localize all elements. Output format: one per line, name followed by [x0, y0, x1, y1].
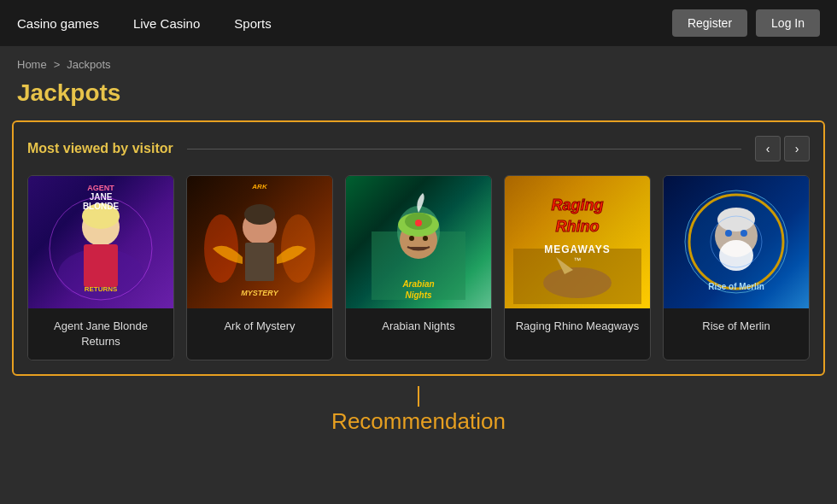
svg-text:MEGAWAYS: MEGAWAYS	[544, 243, 611, 255]
game-card-ark-of-mystery[interactable]: ARK MYSTERY Ark of Mystery	[186, 175, 333, 360]
nav-arrows: ‹ ›	[755, 136, 810, 161]
svg-point-21	[409, 236, 414, 241]
breadcrumb-current: Jackpots	[67, 58, 110, 71]
game-card-agent-jane-blonde[interactable]: AGENT JANE BLONDE RETURNS Agent Jane Blo…	[27, 175, 174, 360]
svg-text:ARK: ARK	[251, 183, 268, 190]
next-arrow-button[interactable]: ›	[784, 136, 810, 161]
game-image-arabian-nights: Arabian Nights	[346, 176, 491, 308]
svg-text:Nights: Nights	[405, 290, 432, 300]
game-title-agent-jane-blonde: Agent Jane Blonde Returns	[28, 308, 173, 360]
recommendation-line	[418, 386, 419, 407]
svg-point-36	[719, 240, 753, 271]
svg-text:BLONDE: BLONDE	[83, 202, 120, 211]
game-title-ark-of-mystery: Ark of Mystery	[187, 308, 332, 344]
breadcrumb: Home > Jackpots	[0, 46, 837, 76]
game-image-rise-of-merlin: Rise of Merlin	[664, 176, 809, 308]
svg-text:™: ™	[574, 256, 582, 265]
section-header: Most viewed by visitor ‹ ›	[27, 136, 810, 161]
svg-text:Rise of Merlin: Rise of Merlin	[708, 282, 764, 291]
svg-text:RETURNS: RETURNS	[85, 285, 118, 293]
svg-rect-11	[245, 243, 274, 281]
games-grid: AGENT JANE BLONDE RETURNS Agent Jane Blo…	[27, 175, 810, 360]
game-card-raging-rhino[interactable]: Raging Rhino MEGAWAYS ™ Raging Rhino Mea…	[504, 175, 651, 360]
svg-text:JANE: JANE	[90, 192, 113, 202]
main-nav: Casino games Live Casino Sports	[17, 16, 672, 31]
game-image-ark-of-mystery: ARK MYSTERY	[187, 176, 332, 308]
svg-point-22	[423, 236, 428, 241]
prev-arrow-button[interactable]: ‹	[755, 136, 781, 161]
svg-point-31	[543, 267, 612, 298]
game-image-agent-jane-blonde: AGENT JANE BLONDE RETURNS	[28, 176, 173, 308]
svg-point-25	[415, 220, 422, 226]
svg-point-39	[740, 230, 747, 237]
header: Casino games Live Casino Sports Register…	[0, 0, 837, 46]
login-button[interactable]: Log In	[756, 9, 820, 37]
game-card-arabian-nights[interactable]: Arabian Nights Arabian Nights	[345, 175, 492, 360]
game-title-rise-of-merlin: Rise of Merlin	[664, 308, 809, 344]
svg-text:AGENT: AGENT	[87, 184, 114, 192]
game-image-raging-rhino: Raging Rhino MEGAWAYS ™	[505, 176, 650, 308]
breadcrumb-home[interactable]: Home	[17, 58, 47, 71]
svg-text:MYSTERY: MYSTERY	[241, 289, 278, 297]
nav-casino-games[interactable]: Casino games	[17, 16, 99, 31]
header-buttons: Register Log In	[672, 9, 820, 37]
game-title-raging-rhino: Raging Rhino Meagways	[505, 308, 650, 344]
section-title-line	[187, 149, 741, 149]
game-art-ark-of-mystery: ARK MYSTERY	[187, 176, 332, 308]
svg-text:Raging: Raging	[552, 196, 604, 214]
svg-point-10	[244, 204, 275, 225]
section-title: Most viewed by visitor	[27, 141, 173, 156]
game-art-agent-jane-blonde: AGENT JANE BLONDE RETURNS	[28, 176, 173, 308]
game-card-rise-of-merlin[interactable]: Rise of Merlin Rise of Merlin	[663, 175, 810, 360]
svg-point-38	[725, 230, 732, 237]
recommendation-section: Recommendation	[0, 386, 837, 435]
nav-sports[interactable]: Sports	[234, 16, 271, 31]
game-art-raging-rhino: Raging Rhino MEGAWAYS ™	[505, 176, 650, 308]
nav-live-casino[interactable]: Live Casino	[133, 16, 200, 31]
game-art-arabian-nights: Arabian Nights	[346, 176, 491, 308]
svg-rect-2	[84, 244, 118, 287]
register-button[interactable]: Register	[672, 9, 747, 37]
recommendation-title: Recommendation	[331, 408, 506, 435]
page-title: Jackpots	[0, 76, 837, 120]
svg-text:Arabian: Arabian	[401, 279, 434, 289]
svg-text:Rhino: Rhino	[556, 218, 600, 235]
most-viewed-section: Most viewed by visitor ‹ ›	[12, 120, 825, 376]
game-art-rise-of-merlin: Rise of Merlin	[664, 176, 809, 308]
game-title-arabian-nights: Arabian Nights	[346, 308, 491, 344]
breadcrumb-separator: >	[54, 58, 61, 71]
